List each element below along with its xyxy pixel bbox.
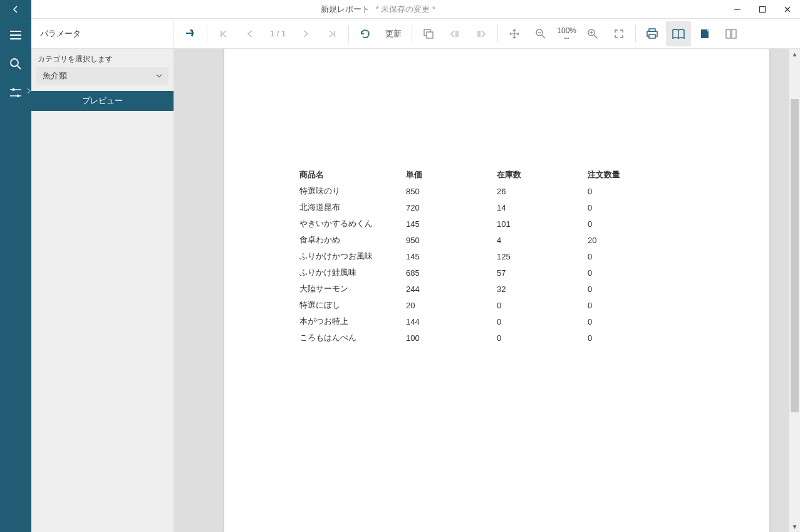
cell-order: 0: [588, 330, 638, 346]
cell-name: ふりかけかつお風味: [299, 248, 406, 264]
table-row: ふりかけかつお風味1451250: [299, 248, 638, 264]
scroll-down-arrow[interactable]: ▼: [789, 521, 800, 532]
search-icon[interactable]: [8, 56, 23, 71]
forward-history-button[interactable]: [469, 21, 494, 46]
cell-order: 0: [588, 199, 638, 216]
svg-line-22: [542, 35, 545, 38]
maximize-button[interactable]: [750, 0, 775, 19]
svg-line-25: [594, 35, 597, 38]
svg-line-6: [18, 66, 21, 69]
cell-price: 720: [406, 199, 497, 216]
cell-order: 0: [588, 216, 638, 232]
svg-rect-1: [760, 6, 766, 12]
svg-rect-33: [732, 29, 736, 38]
hamburger-icon[interactable]: [8, 28, 23, 43]
fullscreen-button[interactable]: [606, 21, 631, 46]
titlebar: 新規レポート * 未保存の変更 *: [0, 0, 800, 19]
parameter-panel-header: パラメータ: [31, 19, 174, 49]
table-row: ころもはんぺん10000: [299, 330, 638, 346]
scroll-up-arrow[interactable]: ▲: [789, 49, 800, 60]
zoom-level[interactable]: 100% •••: [554, 26, 579, 41]
close-button[interactable]: [775, 0, 800, 19]
settings-sliders-icon[interactable]: [8, 85, 23, 100]
window-controls: [725, 0, 800, 19]
header-price: 単価: [406, 167, 497, 183]
cell-order: 0: [588, 297, 638, 313]
toolbar: 1 / 1 更新: [174, 19, 800, 49]
cell-stock: 101: [497, 216, 588, 232]
cell-stock: 125: [497, 248, 588, 264]
cell-stock: 0: [497, 297, 588, 313]
header-name: 商品名: [299, 167, 406, 183]
cell-order: 0: [588, 248, 638, 264]
cell-name: やきいかするめくん: [299, 216, 406, 232]
cell-name: ふりかけ鮭風味: [299, 264, 406, 281]
svg-rect-30: [649, 34, 655, 38]
parameter-panel: パラメータ カテゴリを選択します 魚介類 プレビュー: [31, 19, 174, 532]
cell-stock: 14: [497, 199, 588, 216]
cell-name: 特選味のり: [299, 183, 406, 199]
single-page-button[interactable]: [692, 21, 717, 46]
table-row: 特選味のり850260: [299, 183, 638, 199]
table-row: ふりかけ鮭風味685570: [299, 264, 638, 281]
category-value: 魚介類: [43, 70, 67, 81]
table-row: やきいかするめくん1451010: [299, 216, 638, 232]
report-table: 商品名 単価 在庫数 注文数量 特選味のり850260北海道昆布720140やき…: [299, 167, 638, 346]
refresh-label[interactable]: 更新: [379, 28, 408, 39]
vertical-scrollbar[interactable]: ▲ ▼: [789, 49, 800, 532]
svg-rect-32: [726, 29, 730, 38]
cell-stock: 32: [497, 281, 588, 297]
book-view-button[interactable]: [666, 21, 691, 46]
cell-price: 145: [406, 216, 497, 232]
table-row: 北海道昆布720140: [299, 199, 638, 216]
report-viewport[interactable]: 商品名 単価 在庫数 注文数量 特選味のり850260北海道昆布720140やき…: [174, 49, 800, 532]
table-row: 食卓わかめ950420: [299, 232, 638, 248]
cell-price: 950: [406, 232, 497, 248]
cell-order: 0: [588, 281, 638, 297]
cell-name: 北海道昆布: [299, 199, 406, 216]
print-button[interactable]: [640, 21, 665, 46]
report-page: 商品名 単価 在庫数 注文数量 特選味のり850260北海道昆布720140やき…: [224, 49, 769, 532]
svg-rect-12: [192, 30, 193, 36]
zoom-in-button[interactable]: [580, 21, 605, 46]
first-page-button[interactable]: [211, 21, 236, 46]
cell-price: 144: [406, 313, 497, 330]
back-button[interactable]: [0, 0, 31, 19]
minimize-button[interactable]: [725, 0, 750, 19]
last-page-button[interactable]: [319, 21, 345, 46]
cell-order: 0: [588, 264, 638, 281]
cell-order: 0: [588, 183, 638, 199]
refresh-icon[interactable]: [353, 21, 378, 46]
cell-price: 244: [406, 281, 497, 297]
gallery-button[interactable]: [416, 21, 441, 46]
cell-name: ころもはんぺん: [299, 330, 406, 346]
cell-price: 20: [406, 297, 497, 313]
left-sidebar: [0, 19, 31, 532]
preview-button[interactable]: プレビュー: [31, 91, 174, 111]
cell-order: 0: [588, 313, 638, 330]
cell-name: 本がつお特上: [299, 313, 406, 330]
pan-button[interactable]: [502, 21, 527, 46]
window-title: 新規レポート * 未保存の変更 *: [31, 4, 725, 15]
cell-stock: 4: [497, 232, 588, 248]
scroll-thumb[interactable]: [791, 99, 799, 412]
svg-point-5: [11, 59, 18, 66]
back-history-button[interactable]: [442, 21, 467, 46]
cell-name: 特選にぼし: [299, 297, 406, 313]
header-order: 注文数量: [588, 167, 638, 183]
next-page-button[interactable]: [293, 21, 318, 46]
cell-name: 食卓わかめ: [299, 232, 406, 248]
continuous-page-button[interactable]: [719, 21, 744, 46]
cell-price: 145: [406, 248, 497, 264]
cell-price: 685: [406, 264, 497, 281]
header-stock: 在庫数: [497, 167, 588, 183]
unsaved-indicator: * 未保存の変更 *: [376, 4, 435, 14]
cell-stock: 57: [497, 264, 588, 281]
cell-stock: 0: [497, 330, 588, 346]
table-row: 大陸サーモン244320: [299, 281, 638, 297]
prev-page-button[interactable]: [237, 21, 262, 46]
title-text: 新規レポート: [321, 4, 370, 14]
category-select[interactable]: 魚介類: [36, 67, 169, 85]
zoom-out-button[interactable]: [528, 21, 553, 46]
pin-button[interactable]: [178, 21, 203, 46]
